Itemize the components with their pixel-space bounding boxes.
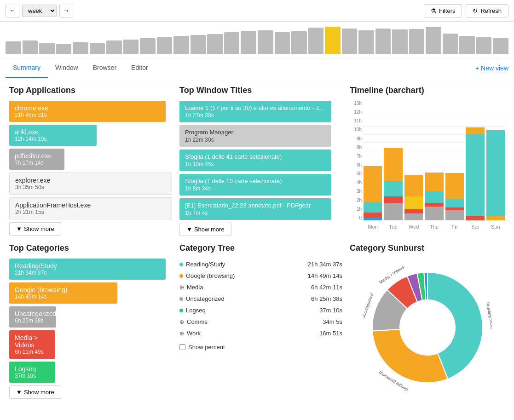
- y-label: 10h: [354, 127, 362, 132]
- hist-bar-20: [342, 29, 358, 54]
- apps-show-more[interactable]: ▼ Show more: [9, 222, 61, 236]
- x-label: Tue: [384, 224, 402, 230]
- show-more-icon3: ▼: [16, 389, 22, 396]
- histogram: [0, 22, 514, 58]
- window-bar: Esame 1 (17 punti su 30) e altri es alle…: [179, 101, 331, 122]
- show-more-icon2: ▼: [186, 226, 192, 233]
- windows-show-more-label: Show more: [194, 226, 225, 233]
- toolbar: ← week day month → ⚗ Filters ↻ Refresh: [0, 0, 514, 22]
- app-bar: ApplicationFrameHost.exe2h 21m 15s: [9, 197, 172, 219]
- bar-segment: [486, 130, 505, 216]
- filters-button[interactable]: ⚗ Filters: [424, 4, 462, 17]
- tab-summary[interactable]: Summary: [6, 58, 48, 78]
- bar-segment: [404, 175, 423, 196]
- hist-bar-16: [275, 32, 290, 54]
- win-time: 1h 27m 38s: [185, 112, 326, 119]
- cat-bar: Google (browsing)14h 49m 14s: [9, 282, 117, 304]
- hist-bar-26: [443, 34, 458, 54]
- show-more-icon: ▼: [16, 225, 22, 232]
- tree-item-name: Media: [187, 284, 203, 291]
- win-title: Program Manager: [185, 129, 326, 136]
- sunburst-title: Category Sunburst: [350, 243, 505, 253]
- tree-expand-icon[interactable]: ⊕: [179, 319, 184, 325]
- hist-bar-19: [325, 27, 341, 54]
- apps-show-more-label: Show more: [24, 225, 54, 232]
- win-title: Sfoglia (1 delle 10 carte selezionate): [185, 178, 326, 184]
- show-percent-checkbox[interactable]: [179, 344, 185, 350]
- hist-bar-7: [123, 40, 139, 54]
- x-label: Wed: [404, 224, 423, 230]
- x-label: Sun: [486, 224, 505, 230]
- x-label: Fri: [445, 224, 464, 230]
- hist-bar-4: [73, 42, 88, 54]
- period-select[interactable]: week day month: [22, 5, 57, 17]
- sunburst-col: Category Sunburst Reading/StudyGoogle (b…: [346, 243, 508, 399]
- bar-segment: [364, 218, 382, 220]
- cat-name: Uncategorized: [15, 310, 51, 317]
- hist-bar-0: [6, 41, 21, 54]
- tab-window[interactable]: Window: [48, 58, 86, 78]
- tree-expand-icon[interactable]: ⊕: [179, 284, 184, 291]
- hist-bar-5: [90, 43, 105, 54]
- category-tree-title: Category Tree: [179, 243, 342, 253]
- top-window-titles-title: Top Window Titles: [179, 86, 342, 95]
- refresh-icon: ↻: [473, 7, 478, 14]
- cats-show-more-label: Show more: [24, 389, 54, 396]
- hist-bar-14: [241, 31, 256, 54]
- y-label: 1h: [357, 207, 362, 212]
- windows-show-more[interactable]: ▼ Show more: [179, 223, 231, 236]
- y-label: 3h: [357, 189, 362, 194]
- tab-editor[interactable]: Editor: [124, 58, 156, 78]
- cat-name: Logseq: [15, 365, 50, 373]
- next-button[interactable]: →: [59, 4, 73, 17]
- tree-item-time: 6h 25m 38s: [311, 295, 342, 302]
- apps-list: chrome.exe21h 46m 31sanki.exe12h 14m 19s…: [9, 101, 172, 219]
- new-view-button[interactable]: + New view: [475, 59, 508, 77]
- cat-time: 21h 34m 37s: [15, 270, 160, 276]
- app-name: explorer.exe: [15, 177, 166, 184]
- main-content: Top Applications chrome.exe21h 46m 31san…: [0, 78, 514, 243]
- bar-group-Mon: [364, 119, 382, 220]
- y-label: 7h: [357, 154, 362, 159]
- app-bar: chrome.exe21h 46m 31s: [9, 101, 166, 122]
- app-time: 12h 14m 19s: [15, 136, 91, 142]
- hist-bar-24: [409, 29, 425, 54]
- bar-segment: [404, 209, 423, 213]
- app-time: 7h 17m 14s: [15, 160, 59, 166]
- toolbar-right: ⚗ Filters ↻ Refresh: [424, 4, 508, 17]
- y-label: 0: [359, 215, 362, 220]
- y-label: 13h: [354, 101, 362, 106]
- tree-item-label: ⊕Work: [179, 330, 201, 337]
- bar-segment: [404, 196, 423, 209]
- tree-expand-icon[interactable]: ⊕: [179, 330, 184, 337]
- bar-segment: [384, 181, 402, 196]
- tree-item-label: Uncategorized: [179, 295, 225, 302]
- tree-item-time: 37m 10s: [319, 307, 342, 314]
- app-name: ApplicationFrameHost.exe: [15, 201, 166, 209]
- prev-button[interactable]: ←: [6, 4, 19, 17]
- bar-segment: [466, 127, 484, 134]
- hist-bar-25: [426, 27, 441, 54]
- cats-show-more[interactable]: ▼ Show more: [9, 385, 61, 399]
- hist-bar-11: [191, 35, 206, 54]
- bar-segment: [466, 134, 484, 216]
- tree-item: Reading/Study21h 34m 37s: [179, 259, 342, 270]
- hist-bar-3: [56, 44, 72, 54]
- refresh-button[interactable]: ↻ Refresh: [466, 4, 508, 17]
- tab-browser[interactable]: Browser: [86, 58, 124, 78]
- show-percent-row: Show percent: [179, 344, 342, 351]
- x-axis: MonTueWedThuFriSatSun: [364, 224, 505, 230]
- bar-group-Thu: [425, 119, 443, 220]
- hist-bar-21: [358, 30, 374, 54]
- bar-group-Sun: [486, 119, 505, 220]
- cat-bar: Logseq37m 10s: [9, 362, 55, 383]
- sunburst-container: Reading/StudyGoogle (browsing)Uncategori…: [350, 259, 505, 392]
- win-title: Sfoglia (1 delle 41 carte selezionate): [185, 153, 326, 160]
- cat-time: 37m 10s: [15, 373, 50, 379]
- barchart-container: 13h12h11h10h9h8h7h6h5h4h3h2h1h0 MonTueWe…: [350, 101, 505, 230]
- toolbar-left: ← week day month →: [6, 4, 73, 17]
- bar-group-Tue: [384, 119, 402, 220]
- bar-segment: [384, 196, 402, 203]
- barchart-wrapper: 13h12h11h10h9h8h7h6h5h4h3h2h1h0 MonTueWe…: [350, 101, 505, 230]
- hist-bar-22: [375, 29, 391, 54]
